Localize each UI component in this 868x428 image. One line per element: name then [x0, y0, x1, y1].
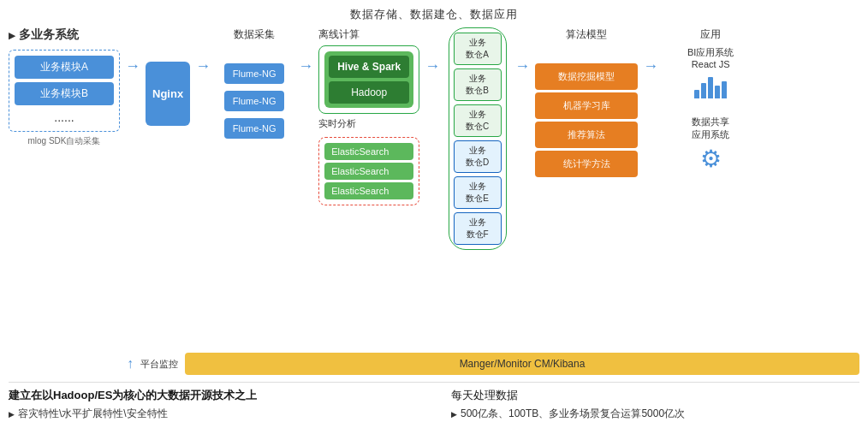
- dw-item-b: 业务数仓B: [454, 68, 502, 101]
- monitor-row: ↑ 平台监控 Manger/Monitor CM/Kibana: [9, 353, 859, 375]
- bi-bar-1: [694, 90, 699, 98]
- compute-section: 离线计算 Hive & Spark Hadoop 实时分析 ElasticSea…: [318, 27, 419, 205]
- app-title: 应用: [663, 27, 758, 42]
- data-collect-title: 数据采集: [234, 27, 275, 42]
- bottom-left: 建立在以Hadoop/ES为核心的大数据开源技术之上 容灾特性\水平扩展特性\安…: [9, 388, 417, 421]
- arrow-3: →: [298, 27, 313, 75]
- algo-section: 算法模型 数据挖掘模型 机器学习库 推荐算法 统计学方法: [535, 27, 638, 177]
- algo-ml: 机器学习库: [535, 92, 638, 119]
- hive-spark-box: Hive & Spark: [329, 56, 409, 78]
- algo-title: 算法模型: [535, 27, 638, 42]
- data-share-icon: ⚙: [700, 145, 722, 173]
- arrow-1: →: [125, 27, 140, 75]
- realtime-section: ElasticSearch ElasticSearch ElasticSearc…: [318, 137, 419, 205]
- flume-1: Flume-NG: [224, 63, 285, 84]
- dw-item-c: 业务数仓C: [454, 104, 502, 137]
- biz-module-b: 业务模块B: [15, 82, 114, 105]
- multi-biz-section: 多业务系统 业务模块A 业务模块B ...... mlog SDK自动采集: [9, 27, 120, 147]
- data-collect-section: 数据采集 Flume-NG Flume-NG Flume-NG: [216, 27, 293, 139]
- biz-dots: ......: [15, 109, 114, 126]
- algo-stats: 统计学方法: [535, 151, 638, 177]
- arrow-6: →: [643, 27, 658, 75]
- arrow-2: →: [195, 27, 211, 75]
- bi-label: BI应用系统React JS: [687, 46, 734, 69]
- flume-3: Flume-NG: [224, 118, 285, 139]
- dw-item-a: 业务数仓A: [454, 33, 502, 65]
- app-bottom: 数据共享应用系统 ⚙: [663, 116, 758, 173]
- warehouse-outer: 业务数仓A 业务数仓B 业务数仓C 业务数仓D 业务数仓E 业务数仓F: [449, 27, 507, 250]
- mlog-label: mlog SDK自动采集: [9, 135, 120, 147]
- up-arrow: ↑: [127, 356, 134, 372]
- diagram-area: 多业务系统 业务模块A 业务模块B ...... mlog SDK自动采集 → …: [9, 27, 859, 348]
- bi-bar-2: [701, 83, 706, 98]
- elastic-1: ElasticSearch: [324, 143, 413, 160]
- app-section: 应用 BI应用系统React JS 数据共享应用系统 ⚙: [663, 27, 758, 173]
- multi-biz-title: 多业务系统: [9, 27, 120, 43]
- bottom-right-sub: 500亿条、100TB、多业务场景复合运算5000亿次: [451, 407, 859, 421]
- realtime-label: 实时分析: [318, 117, 419, 130]
- data-share-label: 数据共享应用系统: [692, 116, 729, 141]
- flume-boxes: Flume-NG Flume-NG Flume-NG: [224, 63, 285, 139]
- dw-item-f: 业务数仓F: [454, 212, 502, 245]
- dw-item-d: 业务数仓D: [454, 140, 502, 173]
- arrow-4: →: [425, 27, 440, 75]
- bottom-right: 每天处理数据 500亿条、100TB、多业务场景复合运算5000亿次: [451, 388, 859, 421]
- bi-bar-5: [722, 81, 727, 98]
- offline-outer: Hive & Spark Hadoop: [318, 45, 419, 114]
- top-title: 数据存储、数据建仓、数据应用: [9, 7, 859, 22]
- bottom-section: 建立在以Hadoop/ES为核心的大数据开源技术之上 容灾特性\水平扩展特性\安…: [9, 382, 859, 421]
- platform-label: 平台监控: [140, 358, 178, 371]
- bottom-sub-text: 容灾特性\水平扩展特性\安全特性: [9, 407, 417, 421]
- arrow-5: →: [514, 27, 530, 75]
- nginx-section: Nginx: [146, 45, 190, 126]
- hadoop-box: Hadoop: [329, 81, 409, 104]
- bottom-right-title: 每天处理数据: [451, 388, 859, 403]
- monitor-bar: Manger/Monitor CM/Kibana: [185, 353, 859, 375]
- elastic-boxes: ElasticSearch ElasticSearch ElasticSearc…: [324, 143, 413, 199]
- data-warehouse-section: 业务数仓A 业务数仓B 业务数仓C 业务数仓D 业务数仓E 业务数仓F: [445, 27, 509, 250]
- nginx-box: Nginx: [146, 62, 190, 126]
- offline-label: 离线计算: [318, 27, 419, 42]
- dw-item-e: 业务数仓E: [454, 176, 502, 209]
- bi-icon: [694, 73, 727, 98]
- offline-inner: Hive & Spark Hadoop: [324, 51, 413, 108]
- app-top: BI应用系统React JS: [663, 46, 758, 98]
- bi-bar-3: [708, 77, 713, 98]
- flume-2: Flume-NG: [224, 91, 285, 111]
- algo-boxes: 数据挖掘模型 机器学习库 推荐算法 统计学方法: [535, 63, 638, 177]
- elastic-3: ElasticSearch: [324, 182, 413, 199]
- bottom-bold-text: 建立在以Hadoop/ES为核心的大数据开源技术之上: [9, 388, 417, 403]
- biz-modules-container: 业务模块A 业务模块B ......: [9, 50, 120, 132]
- bi-bar-4: [715, 86, 720, 98]
- algo-mining: 数据挖掘模型: [535, 63, 638, 90]
- elastic-2: ElasticSearch: [324, 163, 413, 180]
- main-container: 数据存储、数据建仓、数据应用 多业务系统 业务模块A 业务模块B ...... …: [0, 0, 868, 428]
- algo-recommend: 推荐算法: [535, 122, 638, 148]
- biz-module-a: 业务模块A: [15, 56, 114, 79]
